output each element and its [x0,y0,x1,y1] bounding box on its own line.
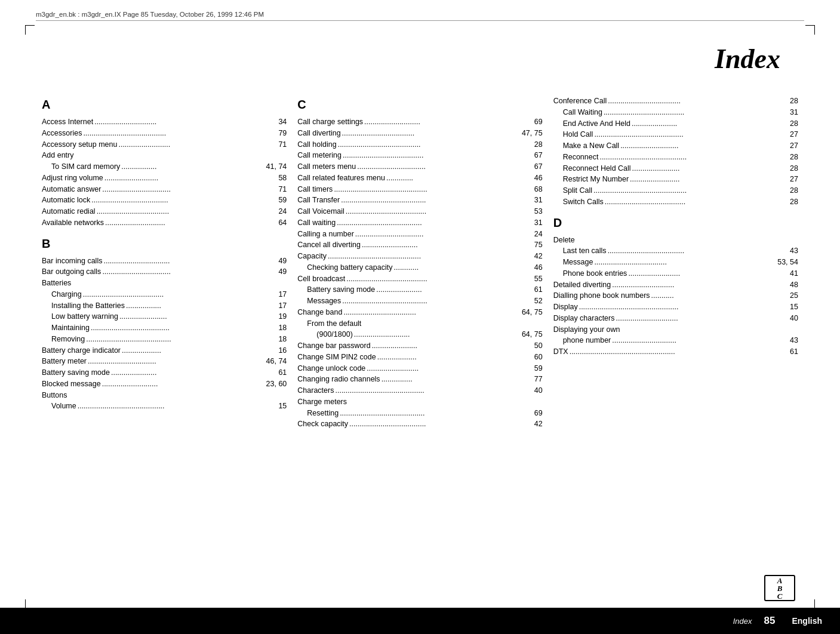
entry-name: Call Waiting [563,107,602,118]
entry-page: 55 [521,273,543,285]
index-entry: Bar incoming calls......................… [42,256,287,267]
entry-page: 61 [777,346,798,358]
entry-name: Calling a number [297,229,354,240]
index-entry: Split Call..............................… [553,185,798,196]
index-entry: Call related features menu.............4… [297,173,542,184]
entry-dots: ................................... [342,128,520,139]
entry-page: 28 [777,118,798,130]
entry-name: Charge meters [297,396,347,408]
index-entry: Batteries [42,278,287,289]
entry-name: Change band [297,307,342,318]
entry-dots: ........................................ [83,128,264,139]
index-entry: Switch Calls............................… [553,196,798,208]
index-entry: Blocked message.........................… [42,378,287,390]
entry-dots: ...................................... [91,322,264,334]
entry-dots: ....................................... [343,150,520,161]
index-entry: Characters..............................… [297,385,542,396]
index-entry: Change SIM PIN2 code...................6… [297,352,542,363]
index-entry: Delete [553,235,798,246]
entry-name: Volume [51,401,76,412]
entry-dots: ........................................… [337,217,519,229]
entry-page: 59 [521,363,543,374]
index-entry: Battery saving mode.....................… [42,367,287,378]
footer-bar: Index 85 English [0,608,840,634]
entry-dots: ........................................… [594,129,776,140]
index-entry: Battery saving mode.....................… [297,284,542,296]
entry-name: Maintaining [51,322,90,334]
entry-name: Call waiting [297,217,336,229]
entry-name: Reconnect [563,152,599,163]
entry-name: Call meters menu [297,161,356,173]
entry-name: Change unlock code [297,363,365,374]
index-entry: Change unlock code......................… [297,363,542,374]
entry-page: 61 [265,367,287,378]
entry-page: 40 [777,313,798,324]
index-entry: Messages................................… [297,296,542,307]
entry-page: 31 [521,217,543,229]
entry-page: 46, 74 [265,356,287,367]
section-letter-a: A [42,96,287,114]
section-letter-b: B [42,235,287,253]
entry-name: Charging [51,289,82,300]
entry-dots: ....................................... [604,107,776,118]
entry-page: 28 [777,185,798,196]
entry-dots: ........................................ [338,139,520,150]
entry-page: 19 [265,311,287,322]
entry-name: Delete [553,235,575,246]
header-text: m3gdr_en.bk : m3gdr_en.IX Page 85 Tuesda… [36,11,264,18]
entry-name: Buttons [42,390,67,401]
entry-name: Bar incoming calls [42,256,102,267]
entry-name: Reconnect Held Call [563,163,631,174]
index-entry: Removing................................… [42,334,287,345]
index-entry: Call Waiting............................… [553,107,798,118]
entry-name: Automatic answer [42,184,101,195]
index-entry: Accessories.............................… [42,128,287,139]
index-entry: Call Transfer...........................… [297,195,542,206]
index-entry: Automatic lock..........................… [42,195,287,206]
entry-name: (900/1800) [316,329,352,340]
entry-name: Battery meter [42,356,87,367]
entry-page: 18 [265,334,287,345]
entry-dots: ........................................… [593,185,776,196]
footer-language: English [782,608,840,634]
entry-name: Automatic lock [42,195,90,206]
entry-name: Phone book entries [563,268,627,279]
index-entry: To SIM card memory.................41, 7… [42,161,287,173]
corner-mark-br [803,597,815,609]
entry-page: 79 [265,128,287,139]
index-entry: Call meters menu........................… [297,161,542,173]
entry-dots: ........................ [630,174,776,185]
entry-page: 31 [521,195,543,206]
entry-dots: ................................. [102,184,264,195]
entry-dots: ................................... [343,307,519,318]
entry-dots: ................. [126,300,264,312]
entry-dots: ........................................… [599,152,776,163]
entry-dots: ...................... [632,118,776,130]
entry-page: 28 [777,96,798,107]
entry-name: Accessories [42,128,82,139]
entry-dots: .............................. [616,313,776,324]
index-entry: Automatic redial........................… [42,206,287,217]
entry-name: Switch Calls [563,196,604,208]
index-entry: Hold Call...............................… [553,129,798,140]
footer-page-number: 85 [757,615,783,627]
entry-name: Message [563,257,593,268]
column-2: CCall charge settings...................… [297,96,553,586]
entry-dots: ........................................… [86,334,264,345]
index-title: Index [715,43,780,75]
index-entry: phone number............................… [553,335,798,346]
index-entry: Conference Call.........................… [553,96,798,107]
entry-name: Split Call [563,185,592,196]
entry-page: 28 [521,139,543,150]
entry-dots: ............................ [620,140,776,152]
column-1: AAccess Internet........................… [42,96,297,586]
index-entry: Calling a number........................… [297,229,542,240]
column-3: Conference Call.........................… [553,96,798,586]
entry-dots: ................................... [97,206,264,217]
entry-page: 49 [265,256,287,267]
index-entry: Changing radio channels...............77 [297,374,542,385]
entry-name: Batteries [42,278,71,289]
index-entry: Call holding............................… [297,139,542,150]
entry-page: 27 [777,174,798,185]
entry-page: 67 [521,150,543,161]
